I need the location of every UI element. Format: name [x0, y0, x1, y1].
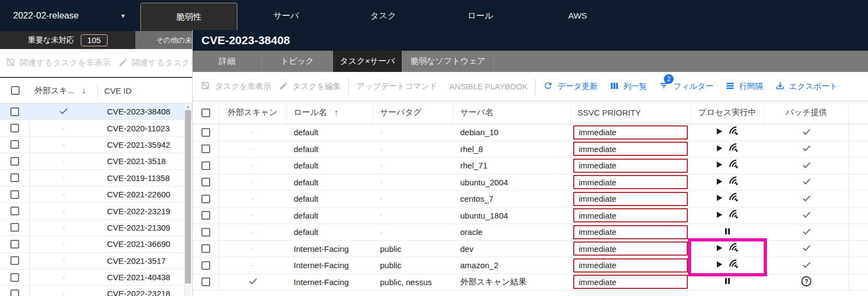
- server-name-cell: rhel_71: [453, 158, 570, 174]
- scrollbar-thumb[interactable]: [185, 110, 191, 283]
- cve-list-row[interactable]: -CVE-2020-11023: [0, 120, 193, 136]
- cve-list-row[interactable]: -CVE-2021-3517: [0, 253, 193, 269]
- column-header-server-name[interactable]: サーバ名: [453, 101, 570, 124]
- cve-list-row[interactable]: -CVE-2021-3518: [0, 153, 193, 170]
- row-checkbox[interactable]: [201, 277, 210, 286]
- cve-list-row[interactable]: -CVE-2021-35942: [0, 137, 193, 153]
- role-name-cell: default: [287, 224, 373, 240]
- row-checkbox[interactable]: [201, 161, 210, 170]
- row-checkbox[interactable]: [201, 144, 210, 153]
- nav-tab-task[interactable]: タスク: [335, 0, 432, 31]
- server-name-cell: rhel_8: [453, 141, 570, 158]
- cve-list-row[interactable]: -CVE-2019-11358: [0, 170, 193, 186]
- column-header-server-tag[interactable]: サーバタグ: [373, 101, 453, 124]
- cve-id-cell: CVE-2022-23218: [97, 289, 193, 296]
- row-checkbox[interactable]: [201, 178, 210, 186]
- empty-dash: -: [380, 178, 383, 186]
- server-name-header-label: サーバ名: [453, 107, 494, 118]
- task-server-row[interactable]: -default-ubuntu_2004immediate: [193, 174, 868, 191]
- subtab-critical-unhandled[interactable]: 重要な未対応 105: [0, 31, 135, 49]
- update-command-button[interactable]: アップデートコマンド: [356, 81, 437, 92]
- task-server-row[interactable]: -default-debian_10immediate: [193, 124, 868, 141]
- row-checkbox[interactable]: [10, 240, 19, 249]
- tab-details[interactable]: 詳細: [193, 51, 262, 72]
- task-server-row[interactable]: -default-ubuntu_1804immediate: [193, 208, 868, 225]
- task-server-row[interactable]: -default-rhel_8immediate: [193, 141, 868, 158]
- nav-tab-aws[interactable]: AWS: [529, 0, 626, 31]
- release-selector[interactable]: 2022-02-release ▼: [0, 0, 140, 31]
- select-all-checkbox[interactable]: [201, 108, 210, 117]
- row-checkbox[interactable]: [201, 244, 210, 253]
- row-checkbox[interactable]: [10, 140, 19, 149]
- hide-task-button[interactable]: タスクを非表示: [200, 81, 271, 93]
- cve-list-row[interactable]: -CVE-2021-40438: [0, 269, 193, 286]
- task-server-row[interactable]: -Internet-Facingpublicdevimmediate: [193, 241, 868, 258]
- task-server-row[interactable]: -default-rhel_71immediate: [193, 158, 868, 174]
- row-checkbox[interactable]: [10, 256, 19, 265]
- column-header-cve-id[interactable]: CVE ID: [98, 86, 193, 95]
- checkbox-cell: [0, 286, 30, 296]
- ssvc-priority-badge: immediate: [573, 225, 688, 239]
- row-checkbox[interactable]: [201, 128, 210, 137]
- external-scan-cell: -: [219, 224, 287, 240]
- play-icon: [715, 127, 723, 137]
- row-checkbox[interactable]: [201, 261, 210, 270]
- checkbox-cell: [0, 220, 30, 235]
- row-checkbox[interactable]: [201, 211, 210, 220]
- row-checkbox[interactable]: [201, 195, 210, 203]
- cve-list-row[interactable]: -CVE-2022-23219: [0, 203, 193, 219]
- wifi-icon: [728, 209, 740, 222]
- wifi-icon: [728, 258, 740, 272]
- row-checkbox[interactable]: [10, 107, 19, 116]
- tab-vulnerable-software[interactable]: 脆弱なソフトウェア: [402, 51, 494, 72]
- column-header-process-running[interactable]: プロセス実行中: [691, 101, 764, 124]
- task-server-row[interactable]: -Internet-Facingpublicamazon_2immediate: [193, 257, 868, 274]
- row-checkbox[interactable]: [10, 289, 19, 296]
- row-checkbox[interactable]: [10, 157, 19, 166]
- cve-list-row[interactable]: -CVE-2021-36690: [0, 236, 193, 252]
- task-server-row[interactable]: -default-centos_7immediate: [193, 191, 868, 208]
- task-server-row[interactable]: -default-oracleimmediate: [193, 224, 868, 241]
- select-all-checkbox[interactable]: [11, 86, 20, 95]
- nav-tab-server[interactable]: サーバ: [237, 0, 335, 31]
- cve-list-row[interactable]: -CVE-2021-21309: [0, 220, 193, 236]
- column-header-patch-available[interactable]: パッチ提供: [764, 101, 849, 124]
- row-height-icon: [726, 81, 735, 92]
- cve-list-row[interactable]: -CVE-2022-23218: [0, 286, 193, 296]
- column-header-role-name[interactable]: ロール名 ↑: [287, 101, 373, 124]
- subtab-other-unhandled[interactable]: その他の未対応: [135, 31, 193, 49]
- task-server-row[interactable]: Internet-Facingpublic, nessus外部スキャン結果imm…: [193, 274, 868, 291]
- nav-tab-role[interactable]: ロール: [432, 0, 529, 31]
- cve-list-row[interactable]: -CVE-2021-22600: [0, 186, 193, 203]
- export-button[interactable]: エクスポート: [775, 81, 838, 92]
- tab-topics[interactable]: トピック: [262, 51, 333, 72]
- cve-list-row[interactable]: CVE-2023-38408: [0, 104, 193, 120]
- row-checkbox[interactable]: [10, 223, 19, 232]
- column-header-external-scan[interactable]: 外部スキャン: [219, 101, 287, 124]
- cve-list-scrollbar[interactable]: ▲: [184, 104, 191, 296]
- ansible-playbook-button[interactable]: ANSIBLE PLAYBOOK: [449, 82, 527, 91]
- row-checkbox[interactable]: [10, 124, 19, 132]
- row-checkbox[interactable]: [10, 173, 19, 182]
- scrollbar-up-arrow-icon[interactable]: ▲: [185, 104, 191, 110]
- refresh-data-button[interactable]: データ更新: [543, 81, 597, 92]
- nav-tab-vulnerability[interactable]: 脆弱性: [140, 3, 237, 31]
- column-header-external-scan[interactable]: 外部スキ... ↓: [30, 86, 97, 96]
- row-checkbox[interactable]: [10, 207, 19, 215]
- external-scan-cell: -: [30, 223, 97, 232]
- empty-dash: -: [62, 223, 65, 232]
- empty-dash: -: [380, 228, 383, 237]
- check-icon: [801, 160, 812, 172]
- tab-task-server[interactable]: タスク×サーバ: [333, 51, 402, 72]
- edit-task-button[interactable]: タスクを編集: [279, 81, 341, 92]
- column-list-button[interactable]: 列一覧: [610, 81, 647, 92]
- column-header-ssvc-priority[interactable]: SSVC PRIORITY: [570, 101, 691, 124]
- row-checkbox[interactable]: [10, 273, 19, 282]
- row-checkbox[interactable]: [201, 228, 210, 237]
- filter-button[interactable]: 2 フィルター: [659, 81, 714, 92]
- edit-related-tasks-button[interactable]: 関連するタスクを編集: [118, 58, 193, 69]
- row-spacing-button[interactable]: 行間隔: [726, 81, 763, 92]
- row-checkbox[interactable]: [10, 190, 19, 199]
- hide-task-label: タスクを非表示: [215, 81, 271, 92]
- hide-related-tasks-button[interactable]: 関連するタスクを非表示: [5, 57, 111, 69]
